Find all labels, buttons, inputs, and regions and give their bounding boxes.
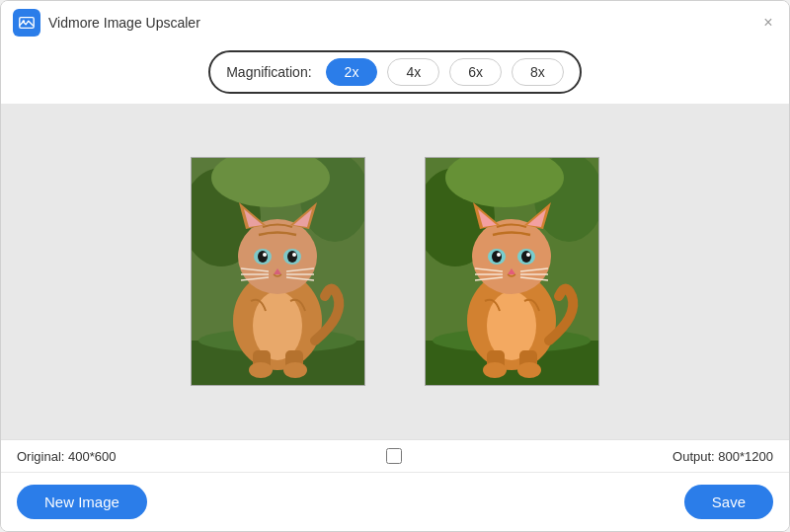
mag-4x-button[interactable]: 4x [387,58,439,86]
app-window: Vidmore Image Upscaler × Magnification: … [0,0,790,532]
save-button[interactable]: Save [684,485,773,519]
svg-point-31 [283,362,307,378]
compare-checkbox[interactable] [386,448,402,464]
mag-8x-button[interactable]: 8x [512,58,564,86]
svg-point-42 [472,219,551,294]
svg-point-20 [287,251,297,263]
svg-point-52 [526,253,530,257]
mag-6x-button[interactable]: 6x [449,58,502,86]
close-button[interactable]: × [759,14,777,32]
svg-point-60 [483,362,507,378]
app-icon [13,9,40,37]
svg-point-22 [292,253,296,257]
title-bar-left: Vidmore Image Upscaler [13,9,200,37]
magnification-label: Magnification: [226,64,311,80]
svg-point-51 [497,253,501,257]
svg-point-19 [258,251,268,263]
svg-point-1 [23,20,26,23]
svg-point-12 [238,219,317,294]
svg-point-30 [249,362,273,378]
new-image-button[interactable]: New Image [17,485,147,519]
status-bar: Original: 400*600 Output: 800*1200 [1,439,789,472]
output-size-label: Output: 800*1200 [672,449,773,464]
magnification-group: Magnification: 2x 4x 6x 8x [208,50,582,94]
original-image-wrapper [191,157,365,386]
footer: New Image Save [1,472,789,531]
svg-point-61 [517,362,541,378]
svg-point-50 [521,251,531,263]
output-image-wrapper [425,157,599,386]
title-bar: Vidmore Image Upscaler × [1,1,789,42]
svg-point-49 [492,251,502,263]
original-size-label: Original: 400*600 [17,449,116,464]
image-area [1,104,789,439]
svg-point-21 [263,253,267,257]
mag-2x-button[interactable]: 2x [326,58,378,86]
magnification-bar: Magnification: 2x 4x 6x 8x [1,42,789,104]
app-title: Vidmore Image Upscaler [48,15,200,31]
